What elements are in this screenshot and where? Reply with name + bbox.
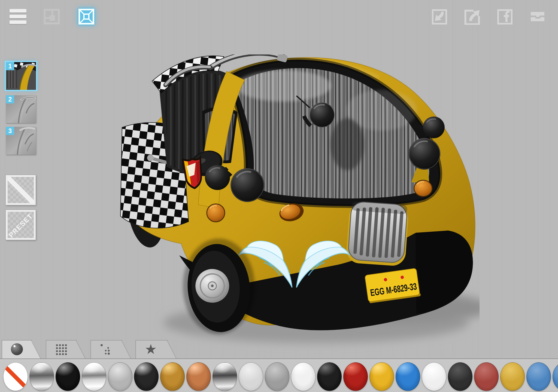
menu-icon[interactable] — [10, 9, 26, 24]
material-swatch-glossy-black[interactable] — [56, 362, 80, 391]
material-swatch-white-matte[interactable] — [422, 362, 446, 391]
viewport-3d-canvas[interactable]: EGG M-6829-33 — [120, 54, 480, 354]
merge-blocks-icon[interactable] — [530, 8, 545, 25]
merge-blocks-glyph — [530, 8, 545, 25]
material-swatch-white-gloss[interactable] — [291, 362, 316, 391]
material-swatch-yellow-matte[interactable] — [500, 362, 525, 391]
texture-slot-none[interactable] — [6, 175, 36, 205]
layer-thumbnail-3-number: 3 — [6, 127, 14, 135]
material-swatch-copper[interactable] — [186, 362, 211, 391]
material-swatch-none[interactable] — [3, 362, 28, 391]
material-swatch-satin-black[interactable] — [134, 362, 159, 391]
dot-scatter-icon — [100, 343, 112, 356]
viewport-3d-icon[interactable] — [78, 8, 94, 24]
menu-bar — [10, 20, 26, 24]
preset-label: PRESET — [6, 211, 35, 240]
material-swatch-black-matte[interactable] — [448, 362, 472, 391]
car-indicator-left[interactable] — [207, 204, 225, 222]
material-swatch-blue-matte-clipped[interactable] — [553, 362, 558, 391]
glass-glare — [236, 70, 331, 102]
material-swatch-gray-gloss[interactable] — [265, 362, 289, 391]
tab-materials[interactable] — [2, 340, 44, 359]
app-root: 1 2 3 PRESET — [0, 0, 558, 392]
layer-thumbnail-1[interactable]: 1 — [6, 62, 36, 90]
facebook-glyph — [497, 8, 513, 25]
menu-bar — [10, 9, 26, 13]
material-swatch-yellow-gloss[interactable] — [369, 362, 394, 391]
car-indicator-right[interactable] — [414, 180, 432, 197]
facebook-icon[interactable] — [497, 8, 513, 25]
material-swatch-brushed-steel[interactable] — [213, 362, 237, 391]
material-swatch-red-matte[interactable] — [474, 362, 499, 391]
layer-thumbnail-2[interactable]: 2 — [6, 95, 36, 123]
material-swatch-gold[interactable] — [160, 362, 185, 391]
dot-grid-icon — [55, 343, 68, 356]
uv-layout-glyph — [44, 9, 60, 24]
material-swatch-blue-matte[interactable] — [526, 362, 551, 391]
glass-dark-blob — [330, 118, 364, 170]
layer-thumbnail-2-number: 2 — [6, 95, 14, 103]
import-icon[interactable] — [432, 8, 447, 25]
layer-thumbnail-1-number: 1 — [6, 62, 14, 70]
car-grille[interactable] — [345, 201, 409, 267]
material-swatch-chrome[interactable] — [29, 362, 54, 391]
material-swatch-row — [0, 360, 558, 392]
no-texture-diagonal — [6, 175, 36, 205]
export-icon[interactable] — [464, 8, 480, 25]
layer-thumbnail-3[interactable]: 3 — [6, 127, 36, 155]
material-swatch-light-gray-gloss[interactable] — [239, 362, 263, 391]
car-render[interactable]: EGG M-6829-33 — [120, 54, 480, 354]
tab-pattern-grid[interactable] — [46, 340, 89, 359]
car-headlamp-left-upper[interactable] — [205, 165, 230, 190]
menu-bar — [10, 15, 26, 18]
texture-slot-preset[interactable]: PRESET — [6, 210, 36, 240]
sphere-icon — [11, 343, 23, 355]
import-glyph — [432, 8, 447, 25]
viewport-3d-glyph — [78, 8, 95, 25]
material-tab-bar: ★ — [0, 340, 558, 359]
material-swatch-mirror-chrome[interactable] — [82, 362, 106, 391]
tab-favorites[interactable]: ★ — [135, 340, 180, 359]
star-icon: ★ — [145, 343, 157, 355]
export-glyph — [464, 8, 480, 25]
tab-pattern-scatter[interactable] — [90, 340, 135, 359]
material-swatch-satin-silver[interactable] — [108, 362, 132, 391]
material-swatch-black-gloss[interactable] — [317, 362, 342, 391]
material-swatch-red-gloss[interactable] — [343, 362, 368, 391]
material-swatch-blue-gloss[interactable] — [396, 362, 420, 391]
car-headlamp-left-lower[interactable] — [231, 168, 264, 202]
uv-layout-icon[interactable] — [44, 9, 60, 24]
